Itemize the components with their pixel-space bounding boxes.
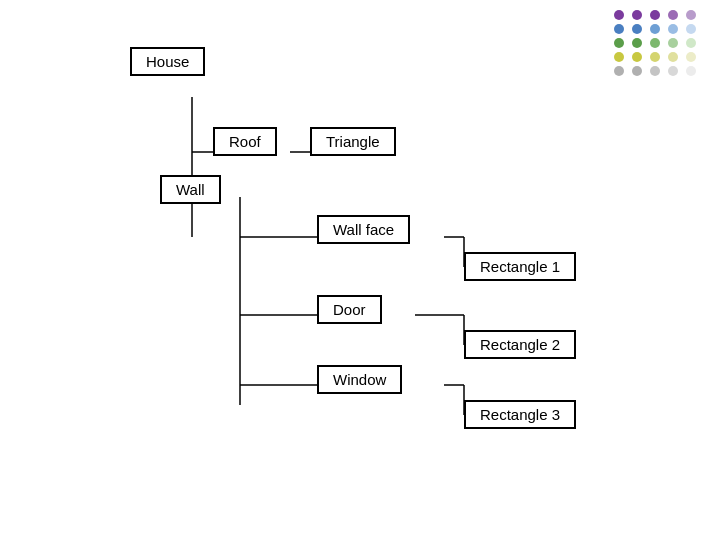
color-dot [614,52,624,62]
color-dot [650,52,660,62]
house-node: House [130,47,205,76]
rectangle1-node: Rectangle 1 [464,252,576,281]
color-dot [668,66,678,76]
triangle-node: Triangle [310,127,396,156]
color-dot [686,52,696,62]
wall-face-node: Wall face [317,215,410,244]
color-dot [614,24,624,34]
rectangle2-node: Rectangle 2 [464,330,576,359]
color-dot [650,38,660,48]
color-dot [632,38,642,48]
color-dot [632,66,642,76]
color-dot [614,10,624,20]
door-node: Door [317,295,382,324]
color-dot [668,10,678,20]
color-dot [668,24,678,34]
color-dot [668,38,678,48]
wall-node: Wall [160,175,221,204]
color-dot [614,38,624,48]
color-dot [686,10,696,20]
color-dot [632,52,642,62]
color-dot [650,24,660,34]
color-dot [614,66,624,76]
roof-node: Roof [213,127,277,156]
color-dot [686,66,696,76]
color-dot [632,10,642,20]
window-node: Window [317,365,402,394]
color-dot [686,38,696,48]
color-dot [650,66,660,76]
color-dot [650,10,660,20]
color-dot [668,52,678,62]
color-palette [614,10,700,76]
color-dot [632,24,642,34]
rectangle3-node: Rectangle 3 [464,400,576,429]
color-dot [686,24,696,34]
